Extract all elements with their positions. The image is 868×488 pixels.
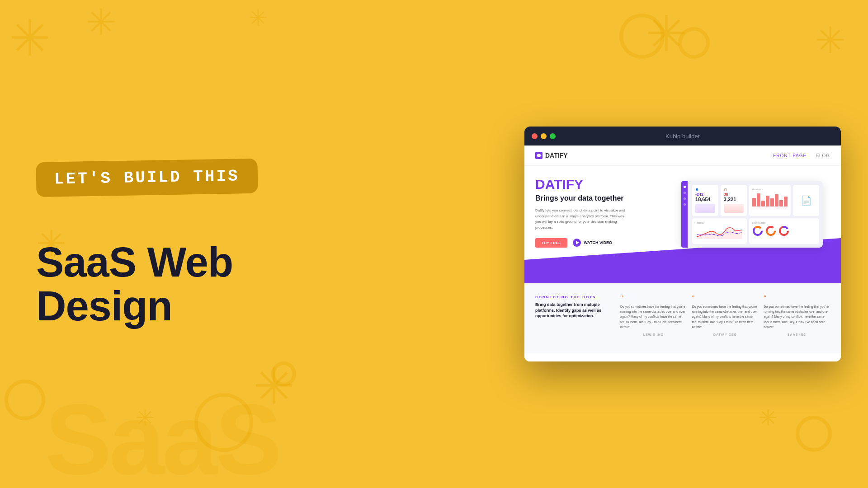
stat-card-1-diff: -242 — [695, 192, 715, 197]
stat-card-2-value: 3,221 — [724, 197, 744, 202]
donut-chart-card: Distribution — [749, 218, 819, 244]
build-badge-text: LET'S BUILD THIS — [54, 167, 240, 188]
browser-titlebar: Kubio builder — [524, 127, 841, 145]
bar-4 — [766, 196, 769, 206]
left-content-area: LET'S BUILD THIS SaaS Web Design — [36, 160, 289, 328]
quote-mark-2: " — [692, 295, 759, 302]
browser-dots — [532, 133, 556, 139]
play-triangle-icon — [576, 241, 579, 244]
donut-svg-2 — [765, 225, 776, 236]
line-chart-label: Trends — [695, 221, 744, 224]
doc-icon: 📄 — [801, 195, 812, 206]
doc-emoji: 📄 — [801, 195, 812, 206]
sidebar-dot-4 — [684, 203, 686, 206]
deco-snowflake-6: ✳ — [136, 407, 155, 429]
bar-chart-label: Analytics — [752, 188, 788, 191]
donut-svg-3 — [778, 225, 789, 236]
deco-circle-3 — [194, 393, 253, 452]
bar-6 — [775, 194, 778, 206]
testimonial-3: " Do you sometimes have the feeling that… — [764, 295, 830, 337]
testimonial-2-author: DATIFY CEO — [692, 332, 759, 337]
hero-tagline: Brings your data together — [535, 194, 689, 203]
bar-8 — [784, 197, 788, 206]
testimonial-2: " Do you sometimes have the feeling that… — [692, 295, 759, 337]
try-free-button[interactable]: TRY FREE — [535, 238, 567, 248]
sidebar-dot-3 — [684, 197, 686, 200]
deco-snowflake-3: ✳ — [249, 7, 268, 29]
line-chart-card: Trends — [692, 218, 747, 244]
testimonials-section: CONNECTING THE DOTS Bring data together … — [524, 283, 841, 353]
deco-circle-1 — [619, 14, 665, 59]
stat-card-1-label: 👤 — [695, 188, 715, 191]
stat-card-2-diff: 38 — [724, 192, 744, 197]
hero-buttons: TRY FREE WATCH VIDEO — [535, 238, 689, 248]
site-content: DATIFY FRONT PAGE BLOG DATIFY Brings you… — [524, 145, 841, 361]
testimonial-3-quote: Do you sometimes have the feeling that y… — [764, 304, 830, 329]
donut-chart-label: Distribution — [752, 221, 816, 224]
hero-text-col: DATIFY Brings your data together Datify … — [535, 177, 689, 248]
quote-mark-1: " — [620, 295, 687, 302]
nav-link-blog[interactable]: BLOG — [816, 153, 830, 158]
deco-snowflake-7: ✳ — [815, 23, 845, 59]
testimonial-1-quote: Do you sometimes have the feeling that y… — [620, 304, 687, 329]
testimonial-2-quote: Do you sometimes have the feeling that y… — [692, 304, 759, 329]
stat-card-1: 👤 -242 18,654 — [692, 185, 718, 216]
browser-dot-green[interactable] — [550, 133, 556, 139]
testimonial-1: " Do you sometimes have the feeling that… — [620, 295, 687, 337]
site-logo: DATIFY — [535, 152, 568, 159]
donut-svg-1 — [752, 225, 763, 236]
deco-snowflake-9: ✳ — [646, 9, 687, 59]
main-title: SaaS Web Design — [36, 240, 289, 328]
deco-snowflake-5: ✳ — [253, 361, 295, 411]
quote-mark-3: " — [764, 295, 830, 302]
sidebar-dot-1 — [684, 186, 686, 188]
deco-circle-4 — [271, 361, 296, 386]
deco-snowflake-8: ✳ — [759, 407, 778, 429]
build-badge: LET'S BUILD THIS — [36, 159, 258, 197]
play-icon — [573, 239, 581, 247]
browser-dot-yellow[interactable] — [541, 133, 547, 139]
browser-window: Kubio builder DATIFY FRONT PAGE BLOG DAT… — [524, 127, 841, 361]
bar-1 — [752, 198, 756, 206]
watch-video-button[interactable]: WATCH VIDEO — [573, 239, 612, 247]
deco-circle-6 — [796, 416, 832, 452]
browser-dot-red[interactable] — [532, 133, 538, 139]
sidebar-dot-2 — [684, 192, 686, 194]
stat-sparkline-1 — [695, 204, 715, 213]
testimonials-left-col: CONNECTING THE DOTS Bring data together … — [535, 295, 615, 337]
logo-icon — [535, 152, 542, 159]
bar-chart — [752, 192, 788, 206]
deco-snowflake-2: ✳ — [86, 5, 116, 41]
stat-sparkline-2 — [724, 204, 744, 213]
line-chart-svg — [695, 225, 744, 239]
watch-video-label: WATCH VIDEO — [584, 240, 612, 245]
dash-sidebar — [681, 181, 688, 248]
deco-snowflake-1: ✳ — [9, 14, 51, 63]
stat-card-2: 📋 38 3,221 — [721, 185, 747, 216]
hero-section: DATIFY Brings your data together Datify … — [524, 166, 841, 283]
donut-row — [752, 225, 816, 236]
testimonial-1-author: LEWIS INC — [620, 332, 687, 337]
bar-chart-card: Analytics — [749, 185, 791, 216]
site-nav-links: FRONT PAGE BLOG — [773, 153, 830, 158]
bar-2 — [757, 193, 760, 206]
deco-bg-text: SaaS — [45, 383, 279, 488]
hero-brand: DATIFY — [535, 177, 689, 192]
testimonials-grid: CONNECTING THE DOTS Bring data together … — [535, 295, 830, 337]
browser-title: Kubio builder — [665, 133, 700, 140]
hero-description: Datify lets you connect lots of data poi… — [535, 208, 626, 231]
dashboard-mockup: 👤 -242 18,654 📋 38 3,221 — [681, 181, 823, 248]
bar-3 — [761, 201, 765, 206]
site-nav: DATIFY FRONT PAGE BLOG — [524, 145, 841, 166]
deco-circle-5 — [5, 380, 45, 420]
stat-card-1-value: 18,654 — [695, 197, 715, 202]
dashboard-grid: 👤 -242 18,654 📋 38 3,221 — [692, 185, 819, 244]
testimonial-3-author: SAAS INC — [764, 332, 830, 337]
logo-text: DATIFY — [545, 152, 568, 159]
bar-7 — [779, 200, 783, 206]
nav-link-frontpage[interactable]: FRONT PAGE — [773, 153, 807, 158]
section-label: CONNECTING THE DOTS — [535, 295, 615, 299]
section-desc: Bring data together from multiple platfo… — [535, 302, 608, 319]
doc-card: 📄 — [793, 185, 819, 216]
deco-circle-2 — [678, 27, 710, 59]
